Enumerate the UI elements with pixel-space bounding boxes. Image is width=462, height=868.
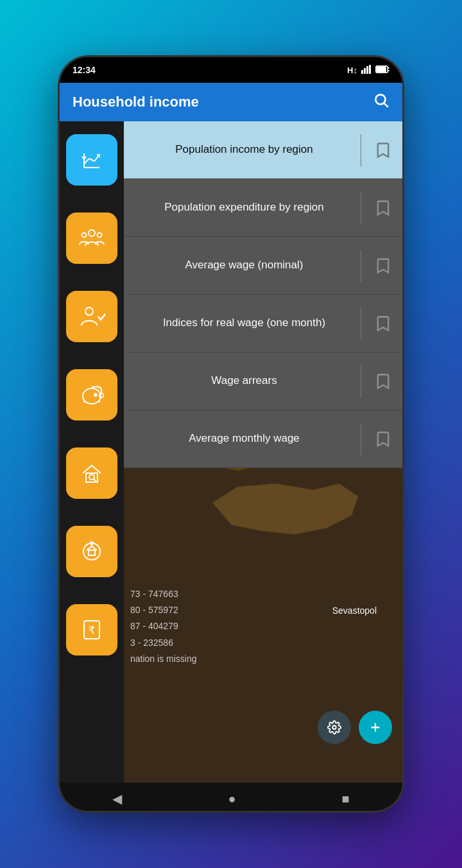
svg-point-18 (98, 233, 102, 238)
sidebar-item-savings[interactable] (60, 356, 124, 433)
education-icon (78, 537, 106, 566)
divider (361, 134, 361, 166)
settings-icon (327, 720, 341, 734)
svg-line-11 (89, 159, 94, 161)
city-label-sevastopol: Sevastopol (332, 605, 377, 616)
bookmark-icon-2[interactable] (374, 257, 392, 275)
app-title: Household income (73, 94, 199, 110)
icon-box-education (66, 526, 117, 577)
dropdown-item-average-monthly-wage[interactable]: Average monthly wage (124, 410, 402, 468)
house-search-icon (78, 459, 106, 487)
add-fab-button[interactable] (359, 711, 392, 744)
back-nav-button[interactable]: ◀ (112, 791, 122, 806)
bookmark-icon-0[interactable] (374, 141, 392, 159)
divider (361, 308, 361, 340)
legend-item-1: 73 - 747663 (130, 586, 197, 602)
svg-point-35 (332, 725, 336, 729)
svg-point-27 (89, 474, 94, 480)
rupee-icon: ₹ (78, 616, 106, 644)
svg-rect-1 (364, 68, 366, 74)
dropdown-item-average-wage[interactable]: Average wage (nominal) (124, 237, 402, 295)
icon-box-house-search (66, 447, 117, 499)
battery-icon (375, 65, 389, 75)
dropdown-item-real-wage-indices[interactable]: Indices for real wage (one month) (124, 295, 402, 352)
phone-frame: 12:34 H↕ Household (58, 55, 404, 813)
svg-point-16 (89, 230, 95, 236)
bookmark-icon-4[interactable] (374, 372, 392, 390)
icon-box-population (66, 213, 117, 264)
divider (361, 192, 361, 224)
dropdown-item-label-1: Population expenditure by region (134, 200, 354, 214)
status-icons: H↕ (347, 65, 389, 76)
sidebar-item-education[interactable] (60, 513, 124, 590)
time: 12:34 (73, 65, 96, 75)
search-button[interactable] (373, 92, 389, 112)
bookmark-icon-5[interactable] (374, 430, 392, 448)
legend-item-2: 80 - 575972 (130, 602, 197, 618)
dropdown-item-population-expenditure[interactable]: Population expenditure by region (124, 179, 402, 237)
svg-line-12 (94, 155, 99, 161)
svg-point-22 (94, 394, 97, 396)
dropdown-item-label-4: Wage arrears (134, 374, 354, 388)
svg-rect-0 (361, 70, 363, 74)
svg-point-17 (82, 233, 87, 238)
add-icon (368, 720, 382, 734)
sidebar-item-population[interactable] (60, 200, 124, 277)
svg-rect-5 (377, 67, 386, 72)
missing-info-label: nation is missing (130, 651, 197, 667)
svg-line-28 (94, 479, 96, 482)
dropdown-item-wage-arrears[interactable]: Wage arrears (124, 352, 402, 410)
svg-point-8 (375, 94, 385, 104)
home-nav-button[interactable]: ● (228, 792, 235, 806)
dropdown-item-label-2: Average wage (nominal) (134, 258, 354, 272)
sidebar-item-income-chart[interactable] (60, 121, 124, 198)
signal-icon: H↕ (347, 65, 357, 75)
legend-item-4: 3 - 232586 (130, 635, 197, 651)
divider (361, 365, 361, 397)
svg-point-19 (85, 308, 93, 315)
icon-box-savings (66, 369, 117, 421)
dropdown-item-label-3: Indices for real wage (one month) (134, 316, 354, 330)
person-check-icon (78, 302, 106, 331)
svg-line-9 (384, 103, 388, 107)
settings-fab-button[interactable] (318, 711, 351, 744)
dropdown-item-label-0: Population income by region (134, 143, 354, 157)
status-bar: 12:34 H↕ (60, 57, 402, 83)
icon-box-person-check (66, 291, 117, 342)
svg-point-32 (90, 542, 93, 544)
icon-box-blue (66, 134, 117, 186)
svg-text:₹: ₹ (89, 625, 95, 636)
svg-rect-3 (369, 65, 371, 74)
svg-line-10 (84, 159, 89, 164)
fab-area (318, 711, 392, 744)
divider (361, 250, 361, 282)
bookmark-icon-3[interactable] (374, 315, 392, 333)
svg-rect-2 (366, 66, 368, 74)
sidebar-item-person-check[interactable] (60, 278, 124, 355)
legend-item-3: 87 - 404279 (130, 618, 197, 634)
signal-bars-icon (361, 65, 372, 76)
sidebar: ₹ (60, 121, 124, 783)
income-chart-icon (78, 146, 106, 174)
app-header: Household income (60, 83, 402, 121)
divider (361, 423, 361, 455)
sidebar-item-house-search[interactable] (60, 435, 124, 512)
sidebar-item-rupee[interactable]: ₹ (60, 591, 124, 668)
savings-icon (78, 381, 106, 409)
map-legend: 73 - 747663 80 - 575972 87 - 404279 3 - … (130, 586, 197, 667)
svg-rect-30 (89, 550, 95, 555)
bookmark-icon-1[interactable] (374, 199, 392, 217)
icon-box-rupee: ₹ (66, 604, 117, 655)
population-icon (78, 224, 106, 252)
bottom-nav: ◀ ● ■ (60, 783, 402, 813)
recent-nav-button[interactable]: ■ (341, 792, 349, 806)
dropdown-menu: Population income by region Population e… (124, 121, 402, 468)
dropdown-item-label-5: Average monthly wage (134, 431, 354, 446)
main-content: ₹ 73 - 747663 80 - 575972 87 - 404279 3 … (60, 121, 402, 783)
dropdown-item-population-income[interactable]: Population income by region (124, 121, 402, 179)
svg-point-20 (83, 388, 101, 404)
